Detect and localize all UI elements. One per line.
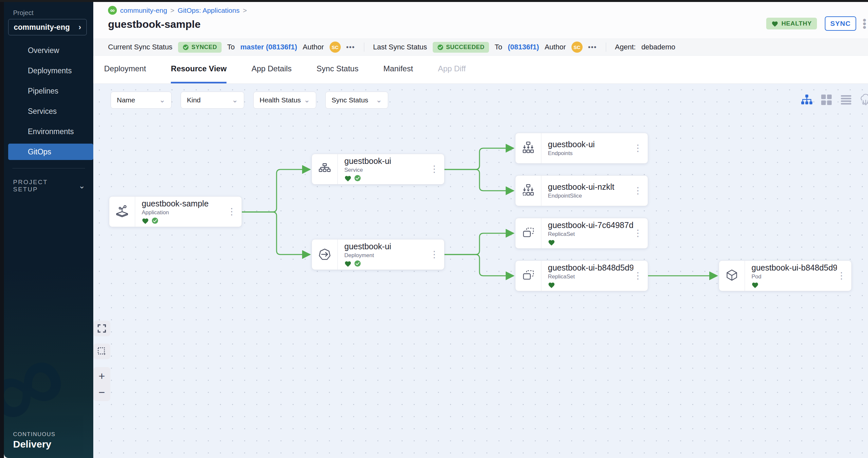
last-sync-label: Last Sync Status <box>373 43 427 52</box>
tab-bar: Deployment Resource View App Details Syn… <box>93 56 868 84</box>
node-kebab-icon[interactable]: ⋮ <box>633 271 648 281</box>
selection-icon <box>97 347 106 356</box>
application-icon <box>109 197 135 227</box>
filter-bar: Name⌄ Kind⌄ Health Status⌄ Sync Status⌄ <box>111 92 388 109</box>
node-replicaset-b848d5d9d[interactable]: guestbook-ui-b848d5d9d ReplicaSet ⋮ <box>515 260 648 291</box>
cloud-view-icon[interactable] <box>860 94 868 106</box>
app-window: ∞ Project community-eng › Overview Deplo… <box>0 0 868 458</box>
sidebar-item-gitops[interactable]: GitOps <box>8 143 93 160</box>
filter-kind-dropdown[interactable]: Kind⌄ <box>181 92 244 109</box>
node-status <box>344 174 391 182</box>
tab-app-details[interactable]: App Details <box>251 56 291 84</box>
healthy-heart-icon <box>751 282 759 288</box>
filter-health-status-dropdown[interactable]: Health Status⌄ <box>253 92 316 109</box>
healthy-heart-icon <box>344 175 351 182</box>
healthy-heart-icon <box>142 218 149 224</box>
healthy-heart-icon <box>344 260 351 267</box>
filter-name-dropdown[interactable]: Name⌄ <box>111 92 172 109</box>
sync-button[interactable]: SYNC <box>825 17 856 31</box>
node-pod[interactable]: guestbook-ui-b848d5d9... Pod ⋮ <box>719 260 851 291</box>
service-icon <box>312 154 338 184</box>
author-label: Author <box>545 43 566 52</box>
sidebar-item-environments[interactable]: Environments <box>8 123 93 140</box>
breadcrumb-section-link[interactable]: GitOps: Applications <box>178 6 240 14</box>
node-endpointslice[interactable]: guestbook-ui-nzklt EndpointSlice ⋮ <box>515 175 648 206</box>
window-top-edge <box>0 0 868 2</box>
brand-line2: Delivery <box>13 439 55 450</box>
node-title: guestbook-sample <box>142 199 209 208</box>
node-application[interactable]: guestbook-sample Application ⋮ <box>109 196 242 227</box>
node-title: guestbook-ui <box>344 242 391 251</box>
node-title: guestbook-ui-nzklt <box>548 182 614 192</box>
tab-sync-status[interactable]: Sync Status <box>316 56 359 84</box>
node-status <box>548 281 633 289</box>
healthy-heart-icon <box>548 239 555 246</box>
chevron-down-icon: ⌄ <box>79 181 85 190</box>
more-commits-icon[interactable]: ••• <box>588 43 597 51</box>
healthy-heart-icon <box>548 282 555 288</box>
check-circle-icon <box>437 44 443 51</box>
more-commits-icon[interactable]: ••• <box>346 43 355 51</box>
node-status <box>751 281 837 289</box>
node-kebab-icon[interactable]: ⋮ <box>430 165 444 174</box>
header-kebab-menu-icon[interactable]: ••• <box>863 18 867 29</box>
zoom-control: + − <box>93 367 110 401</box>
filter-sync-status-dropdown[interactable]: Sync Status⌄ <box>326 92 388 109</box>
fullscreen-button[interactable] <box>93 321 110 336</box>
synced-check-icon <box>354 260 361 267</box>
tab-resource-view[interactable]: Resource View <box>171 56 226 84</box>
tab-app-diff: App Diff <box>438 56 466 84</box>
sidebar-item-overview[interactable]: Overview <box>8 42 93 59</box>
fit-selection-button[interactable] <box>93 344 110 359</box>
breadcrumb-project-link[interactable]: community-eng <box>120 6 167 14</box>
node-service[interactable]: guestbook-ui Service ⋮ <box>312 154 444 185</box>
chevron-down-icon: ⌄ <box>232 96 238 104</box>
synced-check-icon <box>152 217 158 224</box>
deployment-icon <box>312 239 338 269</box>
node-kebab-icon[interactable]: ⋮ <box>633 186 648 195</box>
node-kebab-icon[interactable]: ⋮ <box>837 271 851 281</box>
node-title: guestbook-ui-7c64987dc9 <box>548 221 633 230</box>
node-kebab-icon[interactable]: ⋮ <box>633 143 648 153</box>
to-label: To <box>227 43 235 52</box>
sidebar-nav: Overview Deployments Pipelines Services … <box>8 42 93 164</box>
node-deployment[interactable]: guestbook-ui Deployment ⋮ <box>312 239 444 270</box>
check-circle-icon <box>183 44 189 51</box>
breadcrumb-separator: > <box>243 6 247 14</box>
agent-label: Agent: <box>615 43 636 52</box>
divider <box>606 42 606 52</box>
zoom-out-button[interactable]: − <box>98 387 105 398</box>
last-revision-link[interactable]: (08136f1) <box>508 43 539 52</box>
grid-view-icon[interactable] <box>820 94 833 106</box>
sidebar-item-deployments[interactable]: Deployments <box>8 63 93 79</box>
project-setup-toggle[interactable]: PROJECT SETUP ⌄ <box>13 178 85 193</box>
node-kind: Endpoints <box>548 150 595 157</box>
zoom-in-button[interactable]: + <box>98 370 105 382</box>
brand-logo: CONTINUOUS Delivery <box>13 431 55 450</box>
node-kind: Application <box>142 209 209 216</box>
node-kebab-icon[interactable]: ⋮ <box>430 250 444 259</box>
sidebar-item-pipelines[interactable]: Pipelines <box>8 83 93 99</box>
node-kind: EndpointSlice <box>548 193 614 199</box>
chevron-down-icon: ⌄ <box>304 96 310 104</box>
list-view-icon[interactable] <box>840 94 852 106</box>
resource-tree-canvas[interactable]: Name⌄ Kind⌄ Health Status⌄ Sync Status⌄ <box>93 84 868 458</box>
page-title: guestbook-sample <box>108 18 200 30</box>
project-selector[interactable]: community-eng › <box>8 19 87 35</box>
replicaset-icon <box>516 261 541 291</box>
tab-manifest[interactable]: Manifest <box>383 56 413 84</box>
main-area: ∞ community-eng > GitOps: Applications >… <box>93 0 868 458</box>
current-revision-link[interactable]: master (08136f1) <box>240 43 297 52</box>
infinity-watermark-icon: ∞ <box>4 319 84 450</box>
node-replicaset-7c64987dc9[interactable]: guestbook-ui-7c64987dc9 ReplicaSet ⋮ <box>515 218 648 249</box>
health-badge-label: HEALTHY <box>781 20 812 27</box>
project-label: Project <box>13 9 33 17</box>
node-kind: Pod <box>751 273 837 280</box>
node-kebab-icon[interactable]: ⋮ <box>227 207 242 216</box>
tree-view-icon[interactable] <box>801 94 813 106</box>
sidebar-item-services[interactable]: Services <box>8 103 93 120</box>
node-endpoints[interactable]: guestbook-ui Endpoints ⋮ <box>515 133 648 164</box>
node-kebab-icon[interactable]: ⋮ <box>633 229 648 238</box>
window-left-edge <box>0 0 4 458</box>
tab-deployment[interactable]: Deployment <box>104 56 146 84</box>
